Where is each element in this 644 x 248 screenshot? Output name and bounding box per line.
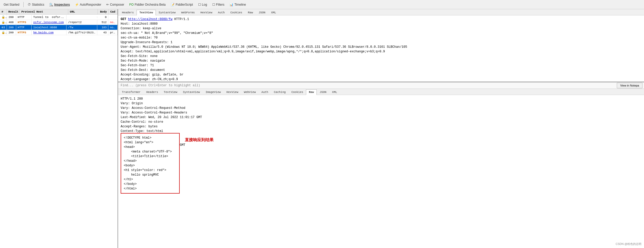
tab-cookies[interactable]: Cookies xyxy=(227,10,245,15)
request-method: GET xyxy=(121,17,128,21)
log-btn[interactable]: ☐ Log xyxy=(196,2,209,7)
header-sec-ch-ua-mobile: sec-ch-ua-mobile: ?0 xyxy=(121,35,641,40)
resp-tab-textview[interactable]: TextView xyxy=(161,89,180,95)
tab-textview[interactable]: TextView xyxy=(137,10,156,15)
resp-tab-auth[interactable]: Auth xyxy=(259,89,271,95)
html-src-line-8: <h1 style="color: red"> xyxy=(124,168,177,173)
resp-tab-headers[interactable]: Headers xyxy=(143,89,161,95)
html-src-line-3: <head> xyxy=(124,145,177,149)
statistics-icon: ⏱ xyxy=(28,3,31,6)
row4-body: 43 xyxy=(97,30,109,35)
header-accept: Accept: text/html,application/xhtml+xml,… xyxy=(121,49,641,54)
row3-url: /fw xyxy=(66,25,97,30)
resp-tab-syntaxview[interactable]: SyntaxView xyxy=(180,89,203,95)
row4-host-link[interactable]: hm.baidu.com xyxy=(33,31,53,34)
html-src-line-10: </h1> xyxy=(124,177,177,182)
row4-icon: 🔒 xyxy=(2,31,7,34)
header-user-agent: User-Agent: Mozilla/5.0 (Windows NT 10.0… xyxy=(121,45,641,49)
tab-xml[interactable]: XML xyxy=(268,10,279,15)
row2-url: /report2 xyxy=(66,20,97,25)
row4-num: 🔒4 xyxy=(0,30,7,35)
row3-result: 200 xyxy=(7,25,16,30)
autoresponder-btn[interactable]: ⚡ AutoResponder xyxy=(73,2,103,7)
table-row[interactable]: 🔒4 200 HTTPS hm.baidu.com /hm.gif?si=3b2… xyxy=(0,30,118,35)
row3-host: localhost:8080 xyxy=(32,25,66,30)
row2-host-link[interactable]: osfsr.lenovomm.com xyxy=(33,21,64,24)
tab-headers[interactable]: Headers xyxy=(119,10,137,15)
row1-protocol: HTTP xyxy=(16,15,32,20)
filters-checkbox-icon: ☐ xyxy=(212,3,215,6)
html-src-line-4: <meta charset="UTF-8"> xyxy=(124,149,177,154)
tab-hexview[interactable]: HexView xyxy=(198,10,215,15)
tab-syntaxview[interactable]: SyntaxView xyxy=(156,10,178,15)
response-area: HTTP/1.1 200 Vary: Origin Vary: Access-C… xyxy=(118,95,644,248)
header-upgrade-insecure: Upgrade-Insecure-Requests: 1 xyxy=(121,40,641,45)
request-tabs-row: Headers TextView SyntaxView WebForms Hex… xyxy=(118,9,644,15)
get-started-btn[interactable]: Get Started xyxy=(2,2,21,7)
html-src-line-5: <title>Title</title> xyxy=(124,154,177,159)
tab-webforms[interactable]: WebForms xyxy=(178,10,198,15)
statistics-btn[interactable]: ⏱ Statistics xyxy=(26,2,46,7)
row3-body: 183 xyxy=(97,25,109,30)
filters-btn[interactable]: ☐ Filters xyxy=(210,2,227,7)
resp-tab-json[interactable]: JSON xyxy=(317,89,329,95)
row1-host: Tunnel to osfsr.lenovomm.com:443 xyxy=(32,15,66,20)
row4-protocol: HTTPS xyxy=(16,30,32,35)
timeline-icon: 📊 xyxy=(229,3,233,6)
header-sec-fetch-mode: Sec-Fetch-Mode: navigate xyxy=(121,59,641,63)
tab-json[interactable]: JSON xyxy=(256,10,268,15)
fiddler-orchestra-btn[interactable]: FO Fiddler Orchestra Beta xyxy=(127,2,168,7)
header-connection: Connection: keep-alive xyxy=(121,26,641,31)
resp-keep-alive: Keep-Alive: timeout=60 xyxy=(121,147,641,152)
tab-auth[interactable]: Auth xyxy=(215,10,227,15)
resp-tab-transformer[interactable]: Transformer xyxy=(119,89,143,95)
inspectors-icon: 🔍 xyxy=(49,3,53,6)
resp-vary-acr-headers: Vary: Access-Control-Request-Headers xyxy=(121,110,641,115)
resp-tab-webview[interactable]: WebView xyxy=(241,89,258,95)
fiddlerscript-btn[interactable]: 📝 FiddlerScript xyxy=(169,2,195,7)
header-sec-fetch-dest: Sec-Fetch-Dest: document xyxy=(121,68,641,72)
resp-tab-cookies[interactable]: Cookies xyxy=(289,89,306,95)
resp-tab-raw[interactable]: Raw xyxy=(306,89,317,95)
header-accept-language: Accept-Language: zh-CN,zh;q=0.9 xyxy=(121,77,641,82)
col-header-cad: Cad xyxy=(109,9,118,14)
resp-tab-imageview[interactable]: ImageView xyxy=(203,89,224,95)
resp-tab-xml[interactable]: XML xyxy=(329,89,340,95)
resp-cache-control: Cache-Control: no-store xyxy=(121,120,641,124)
html-src-line-1: <!DOCTYPE html> xyxy=(124,136,177,140)
resp-accept-ranges: Accept-Ranges: bytes xyxy=(121,124,641,129)
html-src-line-6: </head> xyxy=(124,159,177,163)
view-in-notepad-button[interactable]: View in Notepa xyxy=(617,83,642,88)
html-source-box: <!DOCTYPE html> <html lang="en"> <head> … xyxy=(121,133,180,194)
watermark: CSDN @粉色的志明 xyxy=(616,242,641,246)
find-input[interactable] xyxy=(118,82,617,89)
table-row[interactable]: 🔒2 408 HTTPS osfsr.lenovomm.com /report2… xyxy=(0,20,118,25)
row3-num: ⚙3 xyxy=(0,25,7,30)
autoresponder-icon: ⚡ xyxy=(75,3,79,6)
col-header-protocol: Protocol xyxy=(20,9,35,14)
row2-cad: no-c xyxy=(108,20,118,25)
tab-raw[interactable]: Raw xyxy=(245,10,256,15)
timeline-btn[interactable]: 📊 Timeline xyxy=(227,2,248,7)
find-bar: View in Notepa xyxy=(118,82,644,89)
html-src-line-11: </body> xyxy=(124,182,177,186)
resp-last-modified: Last-Modified: Wed, 20 Jul 2022 11:01:17… xyxy=(121,115,641,120)
table-row[interactable]: ⚙3 200 HTTP localhost:8080 /fw 183 no-s xyxy=(0,25,118,30)
inspectors-btn[interactable]: 🔍 Inspectors xyxy=(47,2,72,7)
composer-btn[interactable]: ✏ Composer xyxy=(104,2,126,7)
table-row[interactable]: 🔒1 200 HTTP Tunnel to osfsr.lenovomm.com… xyxy=(0,15,118,20)
resp-http-status: HTTP/1.1 200 xyxy=(121,97,641,101)
row4-result: 200 xyxy=(7,30,16,35)
row4-host: hm.baidu.com xyxy=(32,30,66,35)
resp-connection: Connection: keep-alive xyxy=(121,152,641,157)
resp-tab-caching[interactable]: Caching xyxy=(271,89,289,95)
request-http-version: HTTP/1.1 xyxy=(172,17,189,21)
request-url-link[interactable]: http://localhost:8080/fw xyxy=(128,17,172,21)
row1-body: 0 xyxy=(97,15,109,20)
sessions-panel: # Result Protocol Host URL Body Cad 🔒1 2… xyxy=(0,9,118,248)
col-header-url: URL xyxy=(68,9,98,14)
row2-body: 512 xyxy=(97,20,109,25)
col-header-num: # xyxy=(0,9,7,14)
header-host: Host: localhost:8080 xyxy=(121,22,641,26)
resp-tab-hexview[interactable]: HexView xyxy=(224,89,241,95)
